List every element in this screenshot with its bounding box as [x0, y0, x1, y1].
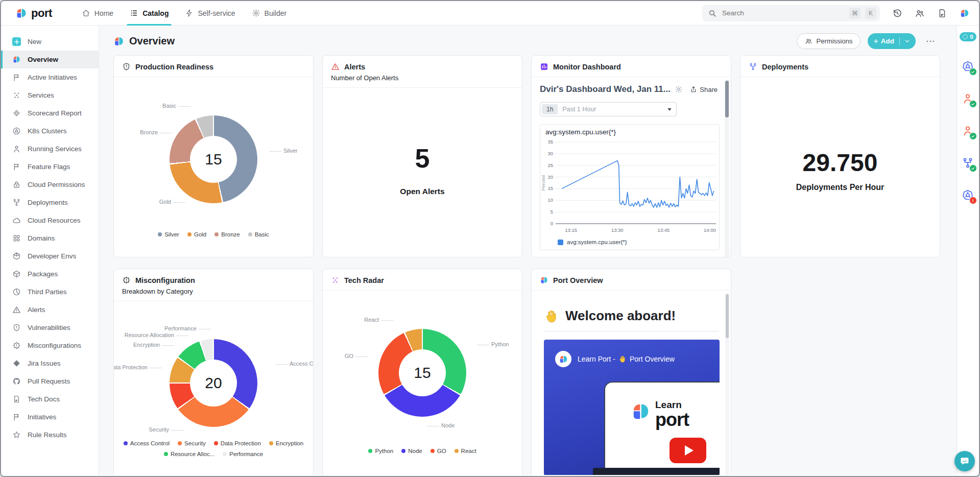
- rail-item-service-ok[interactable]: [962, 125, 975, 138]
- sidebar-item-label: New: [28, 38, 41, 45]
- port-avatar-icon[interactable]: [960, 8, 970, 18]
- sidebar-item-active-initiatives[interactable]: Active Initiatives: [1, 68, 99, 86]
- sidebar-item-initiatives[interactable]: Initiatives: [1, 408, 99, 426]
- rail-item-service-ok[interactable]: [962, 92, 975, 106]
- sidebar-item-pull-requests[interactable]: Pull Requests: [1, 372, 99, 390]
- share-button[interactable]: Share: [690, 86, 718, 93]
- legend-dot: [178, 441, 182, 445]
- donut-callout: Basic: [129, 103, 176, 109]
- card-misconfiguration: Misconfiguration Breakdown by Category 2…: [113, 269, 314, 475]
- sidebar-item-cloud-permissions[interactable]: Cloud Permissions: [1, 176, 99, 194]
- team-icon[interactable]: [915, 8, 925, 18]
- sidebar-item-services[interactable]: Services: [1, 86, 99, 104]
- port-logo-icon: [15, 7, 28, 19]
- nav-builder[interactable]: Builder: [244, 1, 295, 26]
- topbar-right: ⌘ K: [702, 5, 970, 21]
- nav-self-service[interactable]: Self-service: [177, 1, 243, 26]
- scrollbar[interactable]: [725, 293, 729, 475]
- sidebar-item-alerts[interactable]: Alerts: [1, 301, 99, 319]
- youtube-play-button[interactable]: [670, 438, 706, 463]
- cloud-icon: [12, 216, 21, 225]
- legend-item[interactable]: Silver: [158, 231, 179, 237]
- donut-callout: Python: [491, 341, 509, 347]
- video-title[interactable]: Learn Port - Port Overview: [578, 355, 675, 363]
- legend-item[interactable]: Data Protection: [214, 440, 261, 446]
- document-icon[interactable]: [937, 8, 947, 18]
- port-logo-icon: [113, 36, 125, 47]
- card-deployments: Deployments 29.750 Deployments Per Hour: [740, 55, 940, 257]
- sidebar-item-overview[interactable]: Overview: [1, 51, 99, 68]
- donut-callout: GO: [337, 353, 353, 359]
- sidebar-item-jira-issues[interactable]: Jira Issues: [1, 354, 99, 372]
- doc-icon: [12, 395, 21, 403]
- legend-item[interactable]: Python: [368, 448, 393, 454]
- legend-item[interactable]: React: [455, 448, 476, 454]
- warning-icon: [331, 62, 340, 71]
- legend-item[interactable]: Basic: [248, 231, 269, 237]
- global-search[interactable]: ⌘ K: [702, 5, 880, 21]
- person-icon: [12, 145, 21, 153]
- legend-item[interactable]: Access Control: [124, 440, 170, 446]
- sidebar-item-label: Active Initiatives: [28, 74, 77, 81]
- sidebar-item-k8s-clusters[interactable]: K8s Clusters: [1, 122, 99, 140]
- svg-text:0: 0: [551, 221, 553, 226]
- chevron-down-icon: [904, 38, 910, 44]
- settings-gear-icon[interactable]: [675, 85, 683, 93]
- donut-center-value: 15: [190, 136, 237, 183]
- sidebar-item-rule-results[interactable]: Rule Results: [1, 426, 99, 444]
- sidebar-item-tech-docs[interactable]: Tech Docs: [1, 390, 99, 408]
- sidebar-item-developer-envs[interactable]: Developer Envs: [1, 247, 99, 265]
- rail-item-k8s-error[interactable]: [962, 189, 975, 202]
- nav-label: Self-service: [198, 9, 235, 17]
- legend-item[interactable]: Security: [178, 440, 206, 446]
- sidebar-item-scorecard-report[interactable]: Scorecard Report: [1, 104, 99, 122]
- alerts-count-label: Open Alerts: [323, 187, 522, 196]
- sync-counter-badge[interactable]: 0: [960, 32, 976, 41]
- sidebar-item-new[interactable]: New: [1, 33, 99, 51]
- legend-item[interactable]: Gold: [187, 231, 206, 237]
- port-channel-avatar[interactable]: [555, 351, 571, 367]
- chat-widget-button[interactable]: [954, 451, 975, 471]
- youtube-video-embed[interactable]: Learn Port - Port Overview Learn: [544, 340, 720, 475]
- sidebar-item-label: Deployments: [28, 199, 68, 206]
- legend-item[interactable]: Bronze: [214, 231, 240, 237]
- legend-item[interactable]: Performance: [223, 451, 263, 457]
- legend-dot: [248, 232, 252, 236]
- nav-home[interactable]: Home: [74, 1, 122, 26]
- catalog-icon: [130, 9, 138, 17]
- grid-icon: [12, 234, 21, 243]
- card-title: Alerts: [344, 63, 365, 71]
- legend-item[interactable]: Node: [401, 448, 422, 454]
- sidebar-item-cloud-resources[interactable]: Cloud Resources: [1, 211, 99, 229]
- more-menu-button[interactable]: ⋯: [923, 35, 938, 47]
- time-range-select[interactable]: 1h Past 1 Hour: [540, 102, 677, 116]
- rail-item-deploy-ok[interactable]: [962, 157, 975, 170]
- sidebar-item-packages[interactable]: Packages: [1, 265, 99, 283]
- sidebar-item-vulnerabilities[interactable]: Vulnerabilities: [1, 319, 99, 337]
- add-button[interactable]: + Add: [868, 33, 916, 49]
- sidebar-item-running-services[interactable]: Running Services: [1, 140, 99, 158]
- sidebar-item-misconfigurations[interactable]: Misconfigurations: [1, 337, 99, 354]
- brand-logo[interactable]: port: [15, 7, 52, 20]
- svg-text:10: 10: [547, 197, 553, 203]
- sidebar-item-domains[interactable]: Domains: [1, 229, 99, 247]
- legend-item[interactable]: Resource Alloc...: [164, 451, 214, 457]
- donut-callout: Performance: [146, 325, 197, 331]
- search-input[interactable]: [721, 9, 845, 17]
- sidebar-item-deployments[interactable]: Deployments: [1, 194, 99, 211]
- sidebar-item-third-parties[interactable]: Third Parties: [1, 283, 99, 301]
- donut-callout: Bronze: [113, 129, 158, 135]
- learn-port-logo-icon: [631, 400, 651, 423]
- cpu-line-chart[interactable]: 0510152025303513:1513:3013:4514:00Percen…: [540, 137, 719, 238]
- permissions-button[interactable]: Permissions: [797, 33, 861, 49]
- scrollbar[interactable]: [725, 80, 729, 257]
- nav-catalog[interactable]: Catalog: [122, 1, 177, 26]
- legend-dot: [124, 441, 128, 445]
- donut-callout: Security: [138, 426, 169, 433]
- legend-item[interactable]: Encryption: [269, 440, 303, 446]
- rail-item-k8s-ok[interactable]: [962, 60, 975, 74]
- chart-legend: avg:system.cpu.user{*}: [540, 238, 719, 250]
- sidebar-item-feature-flags[interactable]: Feature Flags: [1, 158, 99, 176]
- legend-item[interactable]: GO: [431, 448, 446, 454]
- history-icon[interactable]: [892, 8, 902, 18]
